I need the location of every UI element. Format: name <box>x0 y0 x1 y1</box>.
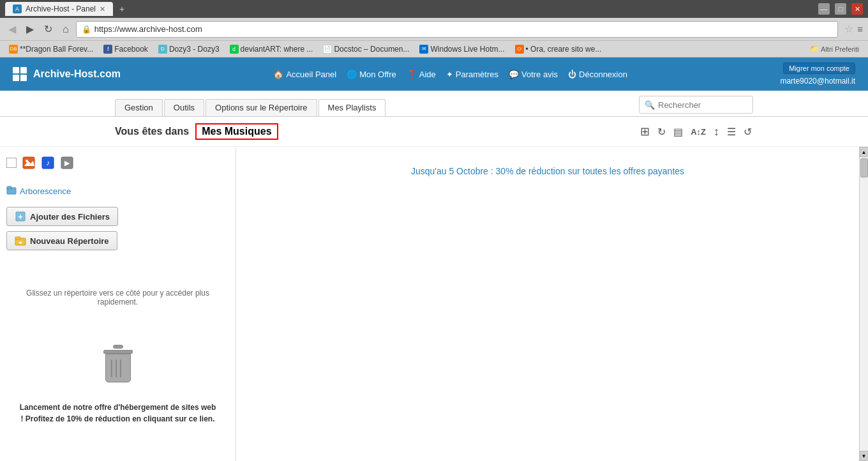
new-folder-icon <box>15 235 26 246</box>
search-input[interactable] <box>658 100 747 110</box>
trash-lines <box>111 359 121 377</box>
nav-deconnexion[interactable]: ⏻ Déconnexion <box>568 70 627 79</box>
bookmark-docstoc[interactable]: 📄 Docstoc – Documen... <box>319 43 413 55</box>
sort-az-button[interactable]: A↕Z <box>689 126 707 138</box>
breadcrumb-prefix: Vous êtes dans <box>115 126 189 137</box>
scrollbar-up-button[interactable]: ▲ <box>860 147 869 157</box>
nav-accueil[interactable]: 🏠 Accueil Panel <box>273 70 336 79</box>
logo-text: Archive-Host.com <box>33 68 121 80</box>
logo-square-2 <box>20 67 27 73</box>
toolbar-tabs: Gestion Outils Options sur le Répertoire… <box>0 91 868 117</box>
bookmark-star-button[interactable]: ☆ <box>844 23 853 35</box>
folder-tree-icon <box>6 185 17 195</box>
address-bar[interactable]: 🔒 https://www.archive-host.com <box>76 21 839 38</box>
folder-icon: 📁 <box>810 45 819 53</box>
bookmarks-more-button[interactable]: 📁 Altri Preferiti <box>806 43 863 54</box>
home-nav-icon: 🏠 <box>273 70 283 79</box>
tab-gestion[interactable]: Gestion <box>115 99 163 116</box>
active-tab[interactable]: A Archive-Host - Panel ✕ <box>5 2 113 16</box>
search-icon: 🔍 <box>645 100 655 110</box>
minimize-button[interactable]: — <box>818 3 830 15</box>
bookmark-facebook[interactable]: f Facebook <box>100 43 152 55</box>
arborescence-label: Arborescence <box>20 186 71 196</box>
bookmark-hotmail[interactable]: ✉ Windows Live Hotm... <box>415 43 508 55</box>
promo-banner: Jusqu'au 5 Octobre : 30% de réduction su… <box>249 160 846 183</box>
promo-text: Lancement de notre offre d'hébergement d… <box>6 402 229 425</box>
parametres-nav-icon: ✦ <box>446 70 453 79</box>
tab-outils[interactable]: Outils <box>164 99 204 116</box>
migrate-button[interactable]: Migrer mon compte <box>783 63 855 74</box>
tab-bar: A Archive-Host - Panel ✕ + <box>5 2 128 16</box>
site-header: Archive-Host.com 🏠 Accueil Panel 🌐 Mon O… <box>0 57 868 91</box>
bookmark-hotmail-label: Windows Live Hotm... <box>430 45 504 54</box>
menu-button[interactable]: ≡ <box>857 24 863 34</box>
view-columns-button[interactable]: ☰ <box>726 125 737 139</box>
file-toolbar: ♪ ▶ <box>6 153 229 172</box>
bookmark-deviantart[interactable]: d deviantART: where ... <box>226 43 317 55</box>
tab-title: Archive-Host - Panel <box>26 4 96 13</box>
lock-icon: 🔒 <box>82 25 91 34</box>
video-icon[interactable]: ▶ <box>60 156 74 170</box>
nav-accueil-label: Accueil Panel <box>286 70 336 79</box>
nav-aide[interactable]: ❓ Aide <box>407 70 436 79</box>
add-files-icon: + <box>15 211 26 222</box>
logo-square-3 <box>13 75 19 81</box>
back-button[interactable]: ◀ <box>5 22 19 36</box>
deviantart-favicon: d <box>230 45 239 54</box>
bookmark-dozy3[interactable]: D Dozy3 - Dozy3 <box>154 43 223 55</box>
svg-rect-8 <box>7 186 11 189</box>
nav-offre[interactable]: 🌐 Mon Offre <box>347 70 396 79</box>
trash-line-1 <box>111 359 112 377</box>
image-type-icon <box>22 156 36 170</box>
breadcrumb: Vous êtes dans Mes Musiques <box>115 123 278 140</box>
view-grid-button[interactable]: ⊞ <box>639 123 651 140</box>
nav-avis[interactable]: 💬 Votre avis <box>509 70 558 79</box>
new-folder-button[interactable]: Nouveau Répertoire <box>6 231 117 250</box>
select-all-checkbox[interactable] <box>6 158 17 168</box>
music-icon[interactable]: ♪ <box>41 156 55 170</box>
left-sidebar: ♪ ▶ <box>0 147 236 461</box>
view-refresh-button[interactable]: ↻ <box>656 125 667 139</box>
add-files-button[interactable]: + Ajouter des Fichiers <box>6 207 118 226</box>
bookmark-docstoc-label: Docstoc – Documen... <box>334 45 409 54</box>
main-content: Jusqu'au 5 Octobre : 30% de réduction su… <box>236 147 859 461</box>
image-icon[interactable] <box>22 156 36 170</box>
dozy3-favicon: D <box>158 45 167 54</box>
bookmark-dragonball[interactable]: DB **Dragon Ball Forev... <box>5 43 97 55</box>
info-button[interactable]: ↺ <box>742 125 753 139</box>
bookmark-ora[interactable]: O • Ora, creare sito we... <box>511 43 606 55</box>
tab-playlists[interactable]: Mes Playlists <box>318 99 386 116</box>
bookmark-dragonball-label: **Dragon Ball Forev... <box>20 45 93 54</box>
home-button[interactable]: ⌂ <box>59 22 72 36</box>
docstoc-favicon: 📄 <box>323 45 332 54</box>
view-list-button[interactable]: ▤ <box>672 125 684 139</box>
close-button[interactable]: ✕ <box>851 3 863 15</box>
scrollbar-down-button[interactable]: ▼ <box>860 451 869 461</box>
url-text: https://www.archive-host.com <box>94 24 833 34</box>
scrollbar-thumb[interactable] <box>860 158 868 178</box>
current-directory: Mes Musiques <box>195 123 278 140</box>
sort-arrow-button[interactable]: ↕ <box>712 124 721 140</box>
forward-button[interactable]: ▶ <box>23 22 37 36</box>
tab-close-btn[interactable]: ✕ <box>100 5 105 13</box>
refresh-button[interactable]: ↻ <box>41 22 56 36</box>
hotmail-favicon: ✉ <box>419 45 428 54</box>
arborescence-link[interactable]: Arborescence <box>6 185 229 197</box>
trash-handle <box>113 345 123 349</box>
tab-options[interactable]: Options sur le Répertoire <box>206 99 317 116</box>
nav-avis-label: Votre avis <box>521 70 558 79</box>
scrollbar: ▲ ▼ <box>859 147 868 461</box>
logo-square-4 <box>20 75 27 81</box>
new-tab-button[interactable]: + <box>116 3 128 15</box>
maximize-button[interactable]: □ <box>835 3 846 15</box>
ora-favicon: O <box>515 45 524 54</box>
search-box[interactable]: 🔍 <box>639 96 753 114</box>
nav-parametres[interactable]: ✦ Paramètres <box>446 70 498 79</box>
bookmark-ora-label: • Ora, creare sito we... <box>526 45 602 54</box>
title-bar: A Archive-Host - Panel ✕ + — □ ✕ <box>0 0 868 18</box>
tabs-container: Gestion Outils Options sur le Répertoire… <box>115 99 385 116</box>
action-buttons: + Ajouter des Fichiers Nouveau Répertoir… <box>6 207 229 250</box>
bookmark-dozy3-label: Dozy3 - Dozy3 <box>169 45 220 54</box>
bookmarks-more-label: Altri Preferiti <box>821 45 859 53</box>
trash-area <box>6 332 229 395</box>
